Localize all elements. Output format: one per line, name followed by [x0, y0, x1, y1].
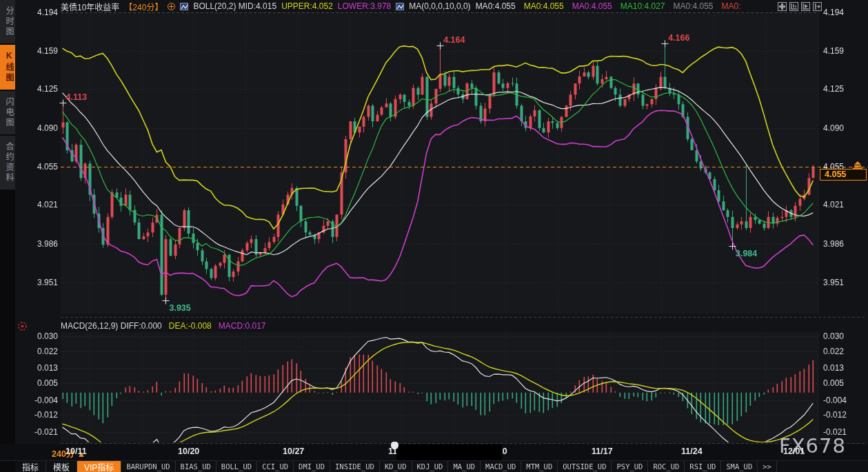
tab-DMI_UD[interactable]: DMI_UD: [294, 461, 330, 472]
price-annotation-4.166: 4.166: [668, 33, 689, 43]
sidebar-item-K线图[interactable]: K线图: [0, 45, 15, 91]
macd-axis-label-right: 0.013: [823, 363, 844, 373]
price-axis-label-right: 3.951: [823, 278, 844, 287]
price-axis-label-left: 4.021: [18, 200, 58, 209]
macd-axis-label-right: -0.004: [823, 396, 847, 405]
price-axis-label-left: 4.090: [18, 123, 58, 133]
sidebar-item-分时图[interactable]: 分时图: [0, 0, 15, 45]
axis-play-icon[interactable]: [801, 2, 810, 11]
tab-MTM_UD[interactable]: MTM_UD: [521, 461, 558, 472]
date-axis-row: 240分 ▲ 10/1110/2010/2711/311/1011/1711/2…: [0, 444, 868, 460]
date-overlay-box: [396, 444, 502, 460]
ma-params-label: MA(0,0,0,10,0,0): [409, 1, 470, 11]
tab-BOLL_UD[interactable]: BOLL_UD: [216, 461, 257, 472]
price-annotation-4.113: 4.113: [66, 92, 88, 102]
price-axis-label-right: 4.090: [823, 123, 844, 133]
tab-模板[interactable]: 模板: [46, 461, 77, 472]
instrument-title: 美债10年收益率: [61, 1, 119, 12]
date-label-10-20: 10/20: [178, 447, 199, 456]
macd-axis-label-right: 0.022: [823, 347, 844, 356]
macd-axis-label-right: 0.030: [823, 331, 844, 341]
tab-ROC_UD[interactable]: ROC_UD: [648, 461, 685, 472]
tab-KD_UD[interactable]: KD_UD: [380, 461, 412, 472]
price-axis-label-left: 4.055: [18, 162, 58, 172]
price-axis-label-right: 3.986: [823, 239, 844, 249]
tab-RSI_UD[interactable]: RSI_UD: [685, 461, 721, 472]
ma-value-0: MA0:4.055: [476, 1, 516, 11]
tab-BARUPDN_UD[interactable]: BARUPDN_UD: [121, 461, 175, 472]
macd-axis-label-left: 0.030: [18, 331, 58, 341]
boll-upper-value: UPPER:4.052: [281, 1, 333, 11]
ma-value-2: MA0:4.055: [572, 1, 612, 11]
macd-axis-label-right: -0.012: [823, 410, 847, 420]
macd-axis-label-left: -0.012: [18, 410, 58, 420]
price-axis-label-left: 3.951: [18, 278, 58, 287]
price-axis-label-right: 4.159: [823, 46, 844, 56]
ma-value-4: MA0:4.055: [673, 1, 713, 11]
ma-value-3: MA10:4.027: [620, 1, 665, 11]
candlestick-chart-canvas[interactable]: [0, 0, 868, 472]
date-label-10-27: 10/27: [283, 447, 304, 456]
ma-value-1: MA0:4.055: [524, 1, 564, 11]
ma-value-5: MA0:: [722, 1, 741, 11]
macd-axis-label-left: 0.022: [18, 347, 58, 356]
indicator-tab-bar: 指标模板VIP指标BARUPDN_UDBIAS_UDBOLL_UDCCI_UDD…: [0, 460, 868, 472]
tab-KDJ_UD[interactable]: KDJ_UD: [412, 461, 449, 472]
price-axis-label-left: 3.986: [18, 239, 58, 249]
macd-panel-header: MACD(26,12,9) DIFF:0.000 DEA:-0.008 MACD…: [61, 320, 266, 331]
chart-header: 美债10年收益率 【240分】 BOLL(20,2) MID:4.015 UPP…: [61, 1, 741, 12]
price-axis-label-right: 4.021: [823, 200, 844, 209]
timeframe-label[interactable]: 【240分】: [124, 1, 163, 12]
price-axis-label-left: 4.159: [18, 46, 58, 56]
tab-PSY_UD[interactable]: PSY_UD: [612, 461, 648, 472]
tab-BIAS_UD[interactable]: BIAS_UD: [176, 461, 216, 472]
cursor-marker-icon: [391, 442, 398, 449]
tabbar-corner: [0, 461, 15, 472]
price-annotation-3.935: 3.935: [169, 303, 190, 313]
tab-SMA_UD[interactable]: SMA_UD: [721, 461, 758, 472]
price-annotation-3.984: 3.984: [736, 249, 757, 258]
macd-axis-label-left: 0.013: [18, 363, 58, 373]
boll-values: BOLL(20,2) MID:4.015: [193, 1, 276, 11]
macd-axis-label-left: 0.005: [18, 378, 58, 388]
tab-INSIDE_UD[interactable]: INSIDE_UD: [330, 461, 380, 472]
tab-MA_UD[interactable]: MA_UD: [448, 461, 481, 472]
price-alert-arrow-icon[interactable]: [852, 160, 863, 172]
chart-window-controls: [778, 2, 822, 11]
tab->>[interactable]: >>: [758, 461, 777, 472]
price-axis-label-left: 4.125: [18, 84, 58, 94]
date-label-12-01: 12/01: [783, 447, 805, 456]
date-label-11-17: 11/17: [592, 447, 613, 456]
tab-指标[interactable]: 指标: [15, 461, 46, 472]
tab-OUTSIDE_UD[interactable]: OUTSIDE_UD: [558, 461, 612, 472]
boll-lower-value: LOWER:3.978: [338, 1, 391, 11]
ma-chart-icon[interactable]: [396, 3, 404, 10]
date-label-10-11: 10/11: [65, 447, 87, 456]
sidebar-item-闪电图[interactable]: 闪电图: [0, 91, 15, 136]
axis-scale-icon[interactable]: [789, 2, 798, 11]
price-annotation-4.164: 4.164: [443, 35, 465, 45]
left-sidebar: 分时图K线图闪电图合约资料: [0, 0, 15, 444]
price-axis-label-left: 4.194: [18, 8, 58, 17]
ma-values-group: MA0:4.055MA0:4.055MA0:4.055MA10:4.027MA0…: [476, 1, 741, 11]
boll-chart-icon[interactable]: [180, 3, 188, 10]
macd-params-label: MACD(26,12,9) DIFF:0.000: [61, 321, 162, 331]
chart-application-window: 分时图K线图闪电图合约资料 美债10年收益率 【240分】 BOLL(20,2)…: [0, 0, 868, 472]
tab-CCI_UD[interactable]: CCI_UD: [257, 461, 294, 472]
price-axis-label-right: 4.125: [823, 84, 844, 94]
macd-dea-value: DEA:-0.008: [169, 321, 212, 331]
pane-split-icon[interactable]: [813, 2, 822, 11]
macd-axis-label-left: -0.021: [18, 427, 58, 437]
collapse-indicator-icon[interactable]: [168, 3, 175, 10]
tab-MACD_UD[interactable]: MACD_UD: [481, 461, 521, 472]
macd-axis-label-right: 0.005: [823, 378, 844, 388]
sidebar-item-合约资料[interactable]: 合约资料: [0, 136, 15, 191]
macd-value: MACD:0.017: [219, 321, 266, 331]
price-axis-label-right: 4.194: [823, 8, 844, 17]
move-icon[interactable]: [778, 2, 787, 11]
date-label-11-24: 11/24: [681, 447, 703, 456]
tab-VIP指标[interactable]: VIP指标: [77, 461, 121, 472]
macd-axis-label-left: -0.004: [18, 396, 58, 405]
